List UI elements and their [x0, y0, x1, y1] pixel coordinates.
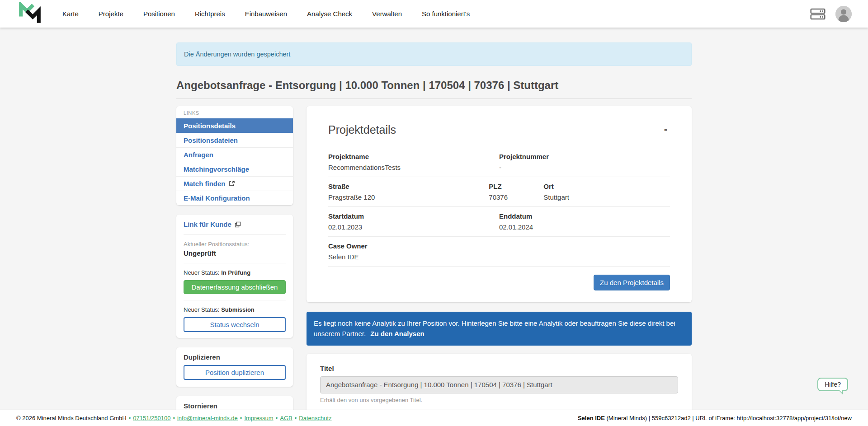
field-label: Projektnummer — [499, 153, 670, 160]
alert-message: Die Änderungen wurden gespeichert — [184, 51, 290, 58]
header-actions — [810, 6, 852, 22]
mineral-minds-logo[interactable] — [16, 1, 43, 27]
field-label: Startdatum — [328, 212, 499, 220]
nav-item-so-funktionierts[interactable]: So funktioniert's — [422, 10, 470, 18]
new-status-line: Neuer Status: Submission — [184, 306, 286, 313]
field-value: RecommendationsTests — [328, 164, 499, 171]
analytics-banner: Es liegt noch keine Analytik zu Ihrer Po… — [307, 312, 692, 346]
project-details-card: Projektdetails - Projektname Recommendat… — [307, 106, 692, 302]
field-value: - — [499, 164, 670, 171]
footer-session-info: Selen IDE (Mineral Minds) | 559c63212ad2… — [578, 415, 852, 421]
sidebar-item-positionsdateien[interactable]: Positionsdateien — [176, 133, 293, 147]
position-form-card: Titel Erhält den von uns vorgegebenen Ti… — [307, 354, 692, 411]
analytics-banner-text: Es liegt noch keine Analytik zu Ihrer Po… — [314, 319, 675, 337]
sidebar-item-label: Matchingvorschläge — [184, 165, 249, 173]
to-project-details-button[interactable]: Zu den Projektdetails — [594, 275, 670, 290]
links-card: LINKS Positionsdetails Positionsdateien … — [176, 106, 293, 205]
nav-item-karte[interactable]: Karte — [62, 10, 79, 18]
field-label: Enddatum — [499, 212, 670, 220]
footer-left: © 2026 Mineral Minds Deutschland GmbH 07… — [16, 415, 332, 421]
page-content: Die Änderungen wurden gespeichert Angebo… — [0, 28, 868, 410]
collapse-icon[interactable]: - — [661, 123, 670, 135]
nav-item-projekte[interactable]: Projekte — [99, 10, 123, 18]
sidebar-item-label: E-Mail Konfiguration — [184, 194, 250, 202]
footer-link-agb[interactable]: AGB — [274, 415, 292, 421]
field-value: Selen IDE — [328, 253, 670, 261]
field-label: Straße — [328, 183, 489, 190]
sidebar-item-label: Match finden — [184, 180, 226, 187]
logo-icon — [18, 2, 42, 26]
footer: © 2026 Mineral Minds Deutschland GmbH 07… — [0, 410, 868, 426]
sidebar: LINKS Positionsdetails Positionsdateien … — [176, 106, 293, 410]
sidebar-item-match-finden[interactable]: Match finden — [176, 176, 293, 191]
current-status-label: Aktueller Positionsstatus: — [184, 241, 286, 248]
field-value: Pragstraße 120 — [328, 193, 489, 201]
sidebar-item-positionsdetails[interactable]: Positionsdetails — [176, 118, 293, 133]
cancel-card: Stornieren Stornieren — [176, 396, 293, 410]
current-status-value: Ungeprüft — [184, 249, 286, 257]
links-card-header: LINKS — [176, 106, 293, 118]
nav-item-analyse-check[interactable]: Analyse Check — [307, 10, 352, 18]
help-button[interactable]: Hilfe? — [817, 378, 848, 391]
field-label: PLZ — [489, 183, 543, 190]
session-user: Selen IDE — [578, 415, 605, 421]
top-navbar: Karte Projekte Positionen Richtpreis Ein… — [0, 0, 868, 28]
sidebar-item-email-konfiguration[interactable]: E-Mail Konfiguration — [176, 191, 293, 205]
dates-row: Startdatum 02.01.2023 Enddatum 02.01.202… — [328, 207, 670, 237]
address-row: Straße Pragstraße 120 PLZ 70376 Ort Stut… — [328, 177, 670, 207]
status-card: Link für Kunde Aktueller Positionsstatus… — [176, 215, 293, 338]
copy-icon — [235, 221, 241, 228]
help-button-label: Hilfe? — [825, 381, 841, 388]
field-value: 02.01.2023 — [328, 223, 499, 231]
title-field-label: Titel — [320, 365, 678, 372]
nav-item-verwalten[interactable]: Verwalten — [372, 10, 402, 18]
title-help-text: Erhält den von uns vorgegebenen Titel. — [320, 397, 678, 403]
field-value: Stuttgart — [543, 193, 670, 201]
title-input — [320, 376, 678, 393]
case-owner-row: Case Owner Selen IDE — [328, 237, 670, 267]
complete-data-entry-button[interactable]: Datenerfassung abschließen — [184, 280, 286, 294]
user-avatar-icon[interactable] — [835, 6, 852, 22]
nav-item-positionen[interactable]: Positionen — [143, 10, 175, 18]
sidebar-item-label: Anfragen — [184, 151, 213, 159]
customer-link[interactable]: Link für Kunde — [184, 220, 241, 228]
new-status-value: Submission — [221, 306, 255, 313]
footer-link-impressum[interactable]: Impressum — [238, 415, 274, 421]
cancel-title: Stornieren — [184, 402, 286, 410]
footer-link-phone[interactable]: 07151/250100 — [127, 415, 171, 421]
duplicate-title: Duplizieren — [184, 353, 286, 361]
switch-status-button[interactable]: Status wechseln — [184, 317, 286, 332]
duplicate-card: Duplizieren Position duplizieren — [176, 347, 293, 387]
field-value: 02.01.2024 — [499, 223, 670, 231]
to-analyses-link[interactable]: Zu den Analysen — [370, 330, 424, 337]
field-label: Projektname — [328, 153, 499, 160]
new-status-value: In Prüfung — [221, 269, 250, 276]
field-label: Ort — [543, 183, 670, 190]
page-title: Angebotsanfrage - Entsorgung | 10.000 To… — [176, 79, 692, 99]
copyright-text: © 2026 Mineral Minds Deutschland GmbH — [16, 415, 127, 421]
app-window: Karte Projekte Positionen Richtpreis Ein… — [0, 0, 868, 426]
project-name-row: Projektname RecommendationsTests Projekt… — [328, 147, 670, 177]
new-status-line: Neuer Status: In Prüfung — [184, 269, 286, 276]
duplicate-position-button[interactable]: Position duplizieren — [184, 365, 286, 380]
customer-link-label: Link für Kunde — [184, 220, 231, 228]
sidebar-item-label: Positionsdetails — [184, 122, 236, 130]
new-status-label: Neuer Status: — [184, 306, 220, 313]
new-status-label: Neuer Status: — [184, 269, 220, 276]
nav-item-einbauweisen[interactable]: Einbauweisen — [245, 10, 287, 18]
nav-item-richtpreis[interactable]: Richtpreis — [195, 10, 225, 18]
sidebar-item-label: Positionsdateien — [184, 136, 238, 144]
external-link-icon — [229, 181, 235, 187]
sidebar-item-matchingvorschlaege[interactable]: Matchingvorschläge — [176, 162, 293, 176]
main-column: Projektdetails - Projektname Recommendat… — [307, 106, 692, 410]
footer-link-email[interactable]: info@mineral-minds.de — [170, 415, 237, 421]
success-alert: Die Änderungen wurden gespeichert — [176, 42, 692, 66]
field-value: 70376 — [489, 193, 543, 201]
sidebar-item-anfragen[interactable]: Anfragen — [176, 147, 293, 162]
session-details: (Mineral Minds) | 559c63212ad2 | URL of … — [605, 415, 852, 421]
server-status-icon[interactable] — [810, 7, 826, 21]
project-details-title: Projektdetails — [328, 123, 396, 136]
main-nav: Karte Projekte Positionen Richtpreis Ein… — [62, 10, 470, 18]
field-label: Case Owner — [328, 242, 670, 250]
footer-link-datenschutz[interactable]: Datenschutz — [292, 415, 332, 421]
